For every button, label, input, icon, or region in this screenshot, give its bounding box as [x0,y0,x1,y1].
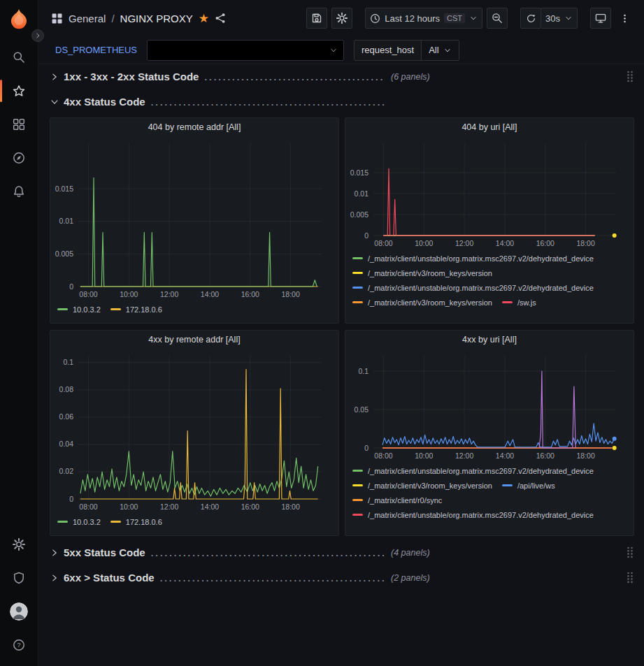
svg-text:14:00: 14:00 [201,290,219,298]
legend-item[interactable]: 172.18.0.6 [110,514,162,529]
timezone-badge: CST [444,13,465,23]
star-filled-icon[interactable]: ★ [199,13,209,24]
sidebar-item-dashboards[interactable] [0,108,38,141]
time-series-plot[interactable]: 08:0010:0012:0014:0016:0018:0000.020.040… [50,349,338,513]
refresh-interval-dropdown[interactable]: 30s [541,8,578,29]
panel-title[interactable]: 4xx by uri [All] [345,331,634,349]
refresh-button[interactable] [520,8,541,29]
breadcrumb-section[interactable]: General [69,13,106,24]
panel-title[interactable]: 404 by uri [All] [345,118,634,136]
row-drag-handle[interactable] [626,546,634,559]
svg-text:08:00: 08:00 [79,290,97,298]
row-1xx-3xx-2xx-status-code[interactable]: 1xx - 3xx - 2xx Status Code (6 panels) [50,67,634,86]
legend-item[interactable]: 172.18.0.6 [110,302,162,317]
zoom-out-button[interactable] [487,8,508,29]
sidebar-item-server-admin[interactable] [0,561,38,595]
svg-text:18:00: 18:00 [576,239,594,247]
sidebar-item-help[interactable]: ? [0,628,38,662]
svg-text:12:00: 12:00 [455,451,473,460]
sidebar-expand-button[interactable] [31,29,44,42]
svg-text:10:00: 10:00 [415,239,433,247]
chevron-down-icon [564,14,573,22]
legend-item[interactable]: /_matrix/client/v3/room_keys/version [352,266,492,280]
legend-series-swatch [352,484,363,486]
share-icon[interactable] [215,13,226,24]
svg-text:0.1: 0.1 [63,358,73,366]
row-6xx-status-code[interactable]: 6xx > Status Code (2 panels) [50,568,634,587]
grafana-logo-icon[interactable] [7,7,31,31]
row-title: 5xx Status Code [64,546,145,558]
sidebar-item-settings[interactable] [0,528,38,561]
sidebar-item-alerting[interactable] [0,175,38,208]
legend-series-swatch [352,272,363,274]
tv-mode-button[interactable] [590,8,611,29]
row-4xx-status-code[interactable]: 4xx Status Code [50,92,634,111]
legend-item[interactable]: /_matrix/client/unstable/org.matrix.msc2… [352,251,594,266]
sidebar-item-profile[interactable] [0,595,38,628]
datasource-select[interactable] [147,40,344,61]
legend-item[interactable]: /_matrix/client/unstable/org.matrix.msc2… [352,463,594,478]
time-series-plot[interactable]: 08:0010:0012:0014:0016:0018:0000.050.1 [345,349,634,462]
save-icon [311,13,322,24]
legend-series-label: /_matrix/client/unstable/org.matrix.msc2… [368,511,594,519]
legend-item[interactable]: /sw.js [502,295,536,310]
sidebar-item-explore[interactable] [0,141,38,175]
row-5xx-status-code[interactable]: 5xx Status Code (4 panels) [50,543,634,562]
dashboard-header: General / NGINX PROXY ★ Last 12 hours CS… [38,0,644,36]
row-panel-count: (2 panels) [391,573,430,583]
breadcrumb: General / NGINX PROXY ★ [51,13,226,24]
dashboard-title[interactable]: NGINX PROXY [120,13,193,24]
legend-series-swatch [352,514,363,516]
kebab-menu-button[interactable] [615,8,634,29]
row-panel-count: (6 panels) [391,72,430,82]
row-drag-handle[interactable] [626,571,634,584]
legend-item[interactable]: 10.0.3.2 [57,514,101,529]
legend-item[interactable]: /api/live/ws [502,478,555,493]
legend-item[interactable]: /_matrix/client/v3/room_keys/version [352,295,492,310]
request-host-value-dropdown[interactable]: All [422,40,459,61]
panel-4xx-by-remote-addr: 4xx by remote addr [All] 08:0010:0012:00… [50,330,339,536]
svg-text:10:00: 10:00 [415,451,433,460]
legend-series-label: /sw.js [517,298,536,307]
panel-title[interactable]: 4xx by remote addr [All] [50,331,338,349]
legend-item[interactable]: /_matrix/client/unstable/org.matrix.msc2… [352,507,594,522]
panel-4xx-by-uri: 4xx by uri [All] 08:0010:0012:0014:0016:… [345,330,634,536]
svg-text:0.1: 0.1 [358,367,368,375]
svg-text:10:00: 10:00 [120,290,138,298]
svg-text:14:00: 14:00 [496,451,514,460]
svg-text:16:00: 16:00 [536,239,554,247]
dashboard-settings-button[interactable] [331,8,352,29]
save-dashboard-button[interactable] [306,8,327,29]
request-host-label[interactable]: request_host [354,40,422,61]
time-range-picker[interactable]: Last 12 hours CST [365,8,482,29]
legend-series-label: /_matrix/client/v3/room_keys/version [368,482,492,490]
svg-text:14:00: 14:00 [496,239,514,247]
row-drag-handle[interactable] [626,70,634,83]
legend-item[interactable]: /_matrix/client/r0/sync [352,493,442,507]
legend-item[interactable]: /_matrix/client/v3/room_keys/version [352,478,492,493]
svg-text:0.04: 0.04 [59,440,74,448]
time-series-plot[interactable]: 08:0010:0012:0014:0016:0018:0000.0050.01… [50,136,338,301]
datasource-variable-label[interactable]: DS_PROMETHEUS [55,45,137,55]
legend-series-label: /_matrix/client/unstable/org.matrix.msc2… [368,284,594,292]
legend-item[interactable]: /_matrix/client/unstable/org.matrix.msc2… [352,280,594,295]
main-area: General / NGINX PROXY ★ Last 12 hours CS… [38,0,644,666]
svg-text:08:00: 08:00 [79,502,97,511]
panel-title[interactable]: 404 by remote addr [All] [50,118,338,136]
svg-text:0: 0 [364,231,368,240]
svg-text:0.06: 0.06 [59,412,74,421]
row-dotted-leader [160,573,385,584]
svg-text:0.015: 0.015 [350,168,368,177]
svg-text:0.02: 0.02 [59,467,74,475]
legend-series-swatch [502,301,513,303]
svg-text:0.005: 0.005 [55,249,73,258]
svg-text:10:00: 10:00 [120,502,138,511]
svg-text:0.05: 0.05 [355,405,369,414]
time-series-plot[interactable]: 08:0010:0012:0014:0016:0018:0000.0050.01… [345,136,634,249]
chevron-down-icon [469,14,478,22]
legend-item[interactable]: 10.0.3.2 [57,302,101,317]
chevron-right-icon [50,548,64,558]
sidebar-item-starred[interactable] [0,74,38,108]
svg-text:18:00: 18:00 [281,290,299,298]
sidebar-item-search[interactable] [0,41,38,74]
